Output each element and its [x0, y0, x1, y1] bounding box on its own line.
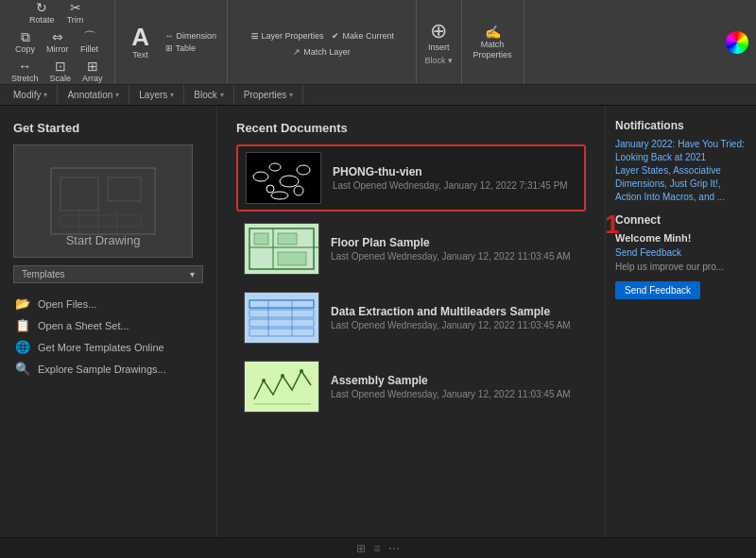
fillet-button[interactable]: ⌒Fillet: [77, 28, 103, 56]
svg-rect-21: [278, 233, 297, 245]
ribbon-block-section: ⊕ Insert Block ▾: [417, 0, 462, 84]
doc-thumb-phong: [246, 152, 321, 204]
svg-rect-22: [278, 252, 306, 265]
doc-item-phong[interactable]: PHONG-thu-vien Last Opened Wednesday, Ja…: [236, 144, 586, 211]
ribbon-modify-section: ↻Rotate ✂Trim ⧉Copy ⇔Mirror ⌒Fillet ↔Str…: [0, 0, 115, 84]
insert-button[interactable]: ⊕ Insert: [424, 19, 454, 54]
text-button[interactable]: A Text: [123, 23, 159, 61]
doc-info-phong: PHONG-thu-vien Last Opened Wednesday, Ja…: [333, 165, 568, 191]
copy-button[interactable]: ⧉Copy: [11, 28, 39, 56]
doc-name-data: Data Extraction and Multileaders Sample: [331, 305, 571, 318]
recent-docs-title: Recent Documents: [236, 121, 586, 135]
get-templates-link[interactable]: 🌐 Get More Templates Online: [13, 336, 203, 358]
array-button[interactable]: ⊞Array: [78, 58, 107, 85]
left-sidebar: Get Started Start Drawing Templates ▾ 📂 …: [0, 106, 217, 537]
svg-rect-16: [245, 224, 318, 274]
doc-thumb-data: [244, 292, 319, 344]
notifications-text: January 2022: Have You Tried: Looking Ba…: [615, 138, 747, 204]
feedback-link[interactable]: Send Feedback: [615, 247, 747, 258]
doc-name-assembly: Assembly Sample: [331, 374, 571, 387]
folder-icon: 📂: [15, 296, 30, 311]
tab-modify[interactable]: Modify ▾: [4, 85, 58, 105]
badge-number: 1: [605, 210, 620, 240]
ribbon-properties-section: ✍ Match Properties: [462, 0, 524, 84]
match-layer-button[interactable]: ↗ Match Layer: [290, 46, 353, 58]
doc-date-phong: Last Opened Wednesday, January 12, 2022 …: [333, 180, 568, 191]
svg-rect-3: [60, 215, 141, 227]
templates-chevron-icon: ▾: [190, 269, 195, 279]
color-wheel-icon[interactable]: [726, 31, 748, 54]
svg-rect-1: [60, 178, 98, 211]
list-icon[interactable]: ≡: [373, 542, 380, 555]
doc-date-data: Last Opened Wednesday, January 12, 2022 …: [331, 320, 571, 330]
right-sidebar: Notifications January 2022: Have You Tri…: [605, 106, 756, 537]
make-current-button[interactable]: ✔ Make Current: [329, 30, 397, 42]
open-sheet-set-link[interactable]: 📋 Open a Sheet Set...: [13, 314, 203, 336]
notifications-title: Notifications: [615, 119, 747, 132]
chevron-down-icon: ▾: [220, 91, 224, 99]
svg-point-32: [281, 374, 284, 378]
ribbon: ↻Rotate ✂Trim ⧉Copy ⇔Mirror ⌒Fillet ↔Str…: [0, 0, 756, 85]
drawing-preview[interactable]: Start Drawing: [13, 144, 193, 258]
feedback-desc: Help us improve our pro...: [615, 261, 747, 273]
main-area: 1 Get Started Start Drawing Templates ▾ …: [0, 106, 756, 537]
sheet-icon: 📋: [15, 318, 30, 332]
explore-icon: 🔍: [15, 362, 30, 376]
templates-label: Templates: [22, 269, 65, 279]
svg-rect-20: [254, 233, 268, 245]
dimension-button[interactable]: ↔ Dimension: [163, 30, 220, 42]
send-feedback-button[interactable]: Send Feedback: [615, 281, 700, 299]
chevron-down-icon: ▾: [170, 91, 174, 99]
doc-date-assembly: Last Opened Wednesday, January 12, 2022 …: [331, 389, 571, 399]
templates-bar[interactable]: Templates ▾: [13, 265, 203, 283]
scale-button[interactable]: ⊡Scale: [46, 58, 76, 85]
doc-name-floor: Floor Plan Sample: [331, 236, 571, 249]
ribbon-right: [726, 0, 756, 84]
ribbon-layers-section: ≡ Layer Properties ✔ Make Current ↗ Matc…: [228, 0, 417, 84]
tab-block[interactable]: Block ▾: [184, 85, 233, 105]
doc-thumb-assembly: [244, 361, 319, 413]
chevron-down-icon: ▾: [289, 91, 293, 99]
doc-item-assembly[interactable]: Assembly Sample Last Opened Wednesday, J…: [236, 355, 586, 418]
more-icon[interactable]: ⋯: [388, 542, 400, 555]
table-button[interactable]: ⊞ Table: [163, 42, 220, 54]
start-drawing-label: Start Drawing: [14, 233, 192, 247]
status-bar: ⊞ ≡ ⋯: [0, 537, 756, 558]
chevron-down-icon: ▾: [43, 91, 47, 99]
recent-docs-section: Recent Documents: [236, 121, 586, 418]
doc-item-data[interactable]: Data Extraction and Multileaders Sample …: [236, 286, 586, 349]
grid-icon[interactable]: ⊞: [356, 542, 366, 555]
chevron-down-icon: ▾: [115, 91, 119, 99]
globe-icon: 🌐: [15, 340, 30, 354]
toolbar-tabs: Modify ▾ Annotation ▾ Layers ▾ Block ▾ P…: [0, 85, 756, 106]
rotate-button[interactable]: ↻Rotate: [26, 0, 59, 26]
tab-annotation[interactable]: Annotation ▾: [58, 85, 129, 105]
match-properties-button[interactable]: ✍ Match Properties: [470, 24, 516, 61]
doc-date-floor: Last Opened Wednesday, January 12, 2022 …: [331, 251, 571, 262]
doc-thumb-floor: [244, 223, 319, 275]
trim-button[interactable]: ✂Trim: [62, 0, 89, 26]
tab-layers[interactable]: Layers ▾: [129, 85, 184, 105]
get-started-title: Get Started: [13, 121, 203, 135]
stretch-button[interactable]: ↔Stretch: [8, 58, 43, 85]
center-content: Recent Documents: [217, 106, 605, 537]
open-files-link[interactable]: 📂 Open Files...: [13, 293, 203, 314]
doc-info-assembly: Assembly Sample Last Opened Wednesday, J…: [331, 374, 571, 399]
connect-title: Connect: [615, 213, 747, 227]
svg-point-33: [300, 369, 303, 373]
svg-rect-2: [108, 178, 141, 201]
doc-info-data: Data Extraction and Multileaders Sample …: [331, 305, 571, 330]
layer-properties-button[interactable]: ≡ Layer Properties: [247, 27, 327, 44]
explore-drawings-link[interactable]: 🔍 Explore Sample Drawings...: [13, 358, 203, 380]
svg-rect-8: [247, 153, 320, 203]
doc-item-floor[interactable]: Floor Plan Sample Last Opened Wednesday,…: [236, 217, 586, 280]
svg-point-31: [262, 379, 266, 382]
ribbon-annotation-section: A Text ↔ Dimension ⊞ Table: [115, 0, 229, 84]
tab-properties[interactable]: Properties ▾: [234, 85, 304, 105]
welcome-text: Welcome Minh!: [615, 232, 747, 244]
doc-name-phong: PHONG-thu-vien: [333, 165, 568, 178]
doc-info-floor: Floor Plan Sample Last Opened Wednesday,…: [331, 236, 571, 262]
mirror-button[interactable]: ⇔Mirror: [43, 28, 73, 56]
block-label: Block ▾: [425, 56, 454, 65]
